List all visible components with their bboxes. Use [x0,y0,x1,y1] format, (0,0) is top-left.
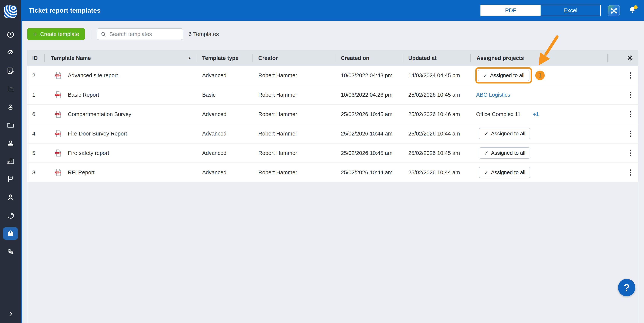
table-row[interactable]: 6 PDF Compartmentation Survey Advanced R… [27,105,638,124]
assigned-to-all-button[interactable]: ✓Assigned to all [479,128,530,139]
cell-template-type: Advanced [196,163,252,182]
row-menu-button[interactable] [629,168,632,177]
column-header-id[interactable]: ID [27,55,44,61]
cell-assigned-projects: ABC Logistics [470,85,608,104]
toggle-excel-button[interactable]: Excel [540,5,600,16]
search-icon [100,31,106,37]
sidebar-item-dashboard[interactable] [0,26,21,42]
cell-creator: Robert Hammer [252,105,335,124]
sidebar-item-tags[interactable] [0,45,21,60]
row-menu-button[interactable] [629,71,632,80]
annotation-highlight-ring: ✓Assigned to all [475,67,532,84]
assigned-to-all-button[interactable]: ✓Assigned to all [479,147,530,159]
sidebar-item-site-staff[interactable] [0,99,21,115]
svg-text:PDF: PDF [56,94,59,96]
column-header-created-on[interactable]: Created on [335,55,403,61]
cell-template-type: Advanced [196,144,252,162]
assigned-project-link[interactable]: ABC Logistics [476,92,510,98]
svg-text:PDF: PDF [56,152,59,154]
cell-assigned-projects: ✓Assigned to all [470,144,608,162]
cell-created-on: 25/02/2026 10:44 am [335,124,403,143]
pie-chart-icon [6,211,15,220]
search-input[interactable] [109,31,178,38]
topbar: Ticket report templates PDF Excel [21,0,644,21]
cell-created-on: 25/02/2026 10:45 am [335,144,403,162]
header-divider [335,54,335,62]
help-button[interactable]: ? [618,279,635,296]
cell-updated-at: 25/02/2026 10:45 am [403,85,470,104]
cell-template-name: PDF Basic Report [44,85,196,104]
brand-logo[interactable] [4,5,17,18]
column-header-template-type[interactable]: Template type [196,55,252,61]
sidebar-item-reports[interactable] [0,81,21,97]
assigned-label: Assigned to all [490,72,524,78]
sidebar-item-settings[interactable] [0,244,21,260]
cell-updated-at: 14/03/2024 04:45 pm [403,66,470,85]
sidebar-item-analytics[interactable] [0,208,21,223]
cell-template-type: Advanced [196,105,252,124]
pdf-file-icon: PDF [55,130,62,138]
buildings-icon [6,157,15,165]
sidebar-item-sign-off[interactable] [0,63,21,78]
clipboard-icon [6,229,15,238]
table-row[interactable]: 4 PDF Fire Door Survey Report Advanced R… [27,124,638,144]
header-divider [44,54,45,62]
folder-icon [6,121,15,129]
row-menu-button[interactable] [629,110,632,118]
annotation-step-badge: 1 [535,71,545,80]
sidebar-item-users[interactable] [0,190,21,205]
cell-updated-at: 25/02/2026 10:45 am [403,144,470,162]
column-header-updated-at[interactable]: Updated at [403,55,470,61]
pdf-file-icon: PDF [55,72,62,79]
pdf-file-icon: PDF [55,149,62,157]
create-template-button[interactable]: + Create template [27,28,85,40]
sidebar-item-companies[interactable] [0,153,21,169]
column-header-creator[interactable]: Creator [252,55,335,61]
toggle-pdf-button[interactable]: PDF [481,5,540,16]
notifications-button[interactable] [628,5,637,16]
pdf-file-icon: PDF [55,169,62,176]
assigned-more-link[interactable]: +1 [533,111,539,118]
toolbar: + Create template 6 Templates [27,28,219,40]
assigned-to-all-button[interactable]: ✓Assigned to all [479,167,530,178]
table-row[interactable]: 2 PDF Advanced site report Advanced Robe… [27,66,638,85]
template-name-text: Fire Door Survey Report [68,130,127,137]
cell-actions [608,66,638,85]
table-row[interactable]: 3 PDF RFI Report Advanced Robert Hammer … [27,163,638,182]
cell-actions [608,124,638,143]
column-header-template-name[interactable]: Template Name ▲ [44,55,196,61]
row-menu-button[interactable] [629,149,632,157]
column-header-actions [608,54,638,62]
sidebar-item-flags[interactable] [0,171,21,187]
cell-created-on: 25/02/2026 10:45 am [335,105,403,124]
cell-id: 4 [27,124,44,143]
cell-template-name: PDF Advanced site report [44,66,196,85]
cell-creator: Robert Hammer [252,163,335,182]
templates-count: 6 Templates [188,31,219,37]
cell-id: 1 [27,85,44,104]
template-name-text: Advanced site report [68,72,118,78]
cell-creator: Robert Hammer [252,124,335,143]
table-settings-button[interactable] [626,54,634,62]
flag-icon [6,175,15,183]
page-title: Ticket report templates [29,7,100,14]
table-row[interactable]: 5 PDF Fire safety report Advanced Robert… [27,144,638,163]
cell-actions [608,105,638,124]
sidebar-item-stamps[interactable] [0,135,21,151]
column-header-label: Assigned projects [470,55,524,61]
table-row[interactable]: 1 PDF Basic Report Basic Robert Hammer 1… [27,85,638,105]
sidebar-item-documents[interactable] [0,117,21,133]
row-menu-button[interactable] [629,130,632,138]
cell-creator: Robert Hammer [252,144,335,162]
app-switcher-button[interactable] [608,5,620,16]
cell-actions [608,85,638,104]
column-header-assigned-projects[interactable]: Assigned projects [470,55,608,61]
cell-template-type: Advanced [196,124,252,143]
template-name-text: Basic Report [68,92,99,98]
sidebar-item-templates[interactable] [0,226,21,242]
sidebar-expand-button[interactable] [0,307,21,320]
cell-id: 5 [27,144,44,162]
row-menu-button[interactable] [629,91,632,99]
assigned-to-all-button[interactable]: ✓Assigned to all [478,70,530,81]
table-body: 2 PDF Advanced site report Advanced Robe… [27,66,638,182]
